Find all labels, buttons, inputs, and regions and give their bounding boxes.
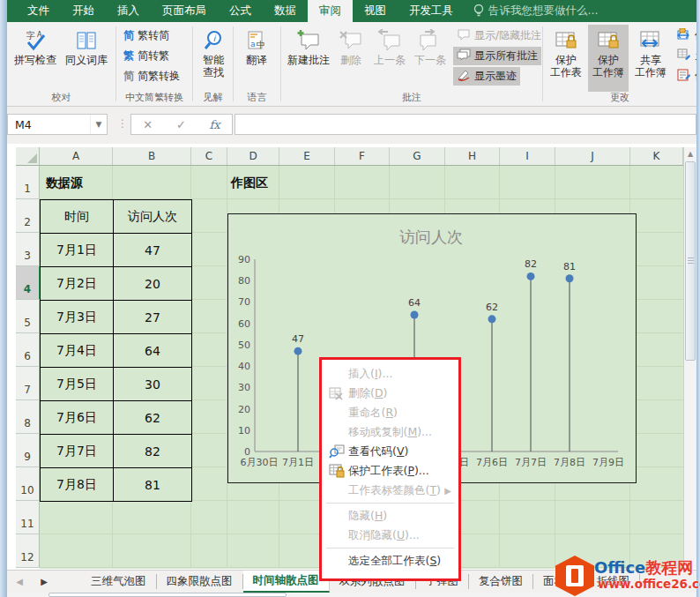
enter-icon[interactable]: ✓ (176, 118, 186, 131)
row-header-3[interactable]: 3 (16, 233, 40, 266)
name-box[interactable]: M4 ▼ (7, 114, 108, 135)
svg-text:10: 10 (238, 425, 250, 437)
column-header-f[interactable]: F (335, 147, 390, 165)
row-header-7[interactable]: 7 (16, 367, 40, 400)
select-all-corner[interactable] (16, 147, 40, 166)
column-header-e[interactable]: E (279, 147, 335, 165)
table-cell[interactable]: 7月7日 (41, 435, 114, 468)
sheet-tab[interactable]: 四象限散点图 (157, 574, 243, 589)
menu-item[interactable]: 选定全部工作表(S) (322, 551, 458, 571)
table-cell[interactable]: 7月2日 (41, 267, 114, 301)
table-cell[interactable]: 47 (114, 234, 192, 267)
table-cell[interactable]: 7月1日 (41, 234, 114, 267)
column-header-i[interactable]: I (500, 147, 555, 165)
row-header-6[interactable]: 6 (16, 333, 40, 367)
insert-function-icon[interactable]: fx (209, 118, 220, 131)
vertical-scrollbar[interactable]: ▲ (683, 147, 696, 569)
column-header-c[interactable]: C (191, 147, 227, 165)
simp-to-trad-button[interactable]: 繁 简转繁 (120, 47, 173, 65)
row-header-11[interactable]: 11 (16, 501, 40, 534)
cancel-icon[interactable]: ✕ (143, 118, 153, 131)
protect-sheet-button[interactable]: 保护 工作表 (546, 25, 586, 92)
office-logo-icon (555, 556, 594, 596)
ribbon-tab[interactable]: 页面布局 (151, 0, 218, 22)
data-point[interactable] (294, 347, 302, 355)
chinese-convert-button[interactable]: 简 简繁转换 (120, 67, 183, 86)
ribbon-tab[interactable]: 开发工具 (398, 0, 465, 22)
show-ink-button[interactable]: 显示墨迹 (453, 67, 520, 86)
vertical-scrollbar-thumb[interactable] (685, 161, 696, 361)
table-cell[interactable]: 27 (114, 301, 192, 334)
row-header-2[interactable]: 2 (16, 199, 40, 233)
ribbon-tab[interactable]: 插入 (106, 0, 151, 22)
show-all-comments-button[interactable]: 显示所有批注 (453, 47, 541, 65)
table-cell[interactable]: 7月6日 (41, 401, 114, 435)
sheet-nav-prev-icon[interactable]: ◀ (7, 571, 32, 593)
data-point[interactable] (566, 274, 574, 282)
data-point[interactable] (411, 310, 419, 318)
row-header-10[interactable]: 10 (16, 467, 40, 501)
table-cell[interactable]: 64 (114, 334, 192, 368)
name-box-dropdown-icon[interactable]: ▼ (90, 115, 107, 134)
row-header-12[interactable]: 12 (16, 534, 40, 568)
ribbon-tab[interactable]: 公式 (218, 0, 263, 22)
table-cell[interactable]: 7月5日 (41, 368, 114, 401)
table-cell[interactable]: 81 (114, 468, 192, 502)
table-cell[interactable]: 20 (114, 267, 192, 301)
data-point[interactable] (527, 272, 535, 280)
sheet-tab[interactable]: 时间轴散点图 (243, 571, 330, 593)
trad-to-simp-button[interactable]: 简 繁转简 (120, 26, 173, 45)
row-header-4[interactable]: 4 (16, 266, 40, 300)
row-header-9[interactable]: 9 (16, 434, 40, 467)
table-cell[interactable]: 82 (114, 435, 192, 468)
ribbon-tab[interactable]: 数据 (263, 0, 308, 22)
horizontal-scrollbar-thumb[interactable] (48, 593, 287, 597)
cell-d1-chart-region-label[interactable]: 作图区 (231, 166, 268, 199)
column-header-g[interactable]: G (390, 147, 445, 165)
translate-button[interactable]: a中 翻译 (237, 25, 276, 92)
ribbon-tab[interactable]: 审阅 (308, 0, 353, 22)
table-cell[interactable]: 30 (114, 368, 192, 401)
ribbon-tab[interactable]: 视图 (353, 0, 398, 22)
spell-check-icon: 字A (24, 27, 47, 54)
table-header-cell[interactable]: 访问人次 (114, 200, 192, 234)
column-header-k[interactable]: K (630, 147, 683, 165)
svg-text:90: 90 (238, 254, 250, 265)
table-cell[interactable]: 7月4日 (41, 334, 114, 368)
data-point[interactable] (488, 315, 496, 323)
scroll-up-icon[interactable]: ▲ (684, 147, 696, 160)
column-header-b[interactable]: B (113, 147, 191, 165)
menu-icon-spacer (329, 527, 348, 543)
table-cell[interactable]: 62 (114, 401, 192, 435)
smart-lookup-button[interactable]: i 智能 查找 (195, 25, 232, 92)
column-header-a[interactable]: A (40, 147, 113, 165)
table-cell[interactable]: 7月8日 (41, 468, 114, 502)
spell-check-button[interactable]: 字A 拼写检查 (11, 25, 60, 92)
sheet-tab[interactable]: 复合饼图 (469, 574, 533, 589)
menu-separator (326, 548, 454, 548)
sheet-tab[interactable]: 三维气泡图 (81, 574, 157, 589)
menu-item[interactable]: 查看代码(V) (322, 442, 458, 461)
row-header-8[interactable]: 8 (16, 400, 40, 434)
protect-workbook-button[interactable]: 保护 工作簿 (588, 25, 629, 92)
row-header-1[interactable]: 1 (16, 166, 40, 199)
svg-text:20: 20 (238, 404, 250, 415)
tell-me-box[interactable]: 告诉我您想要做什么... (465, 0, 607, 22)
ribbon-tab[interactable]: 开始 (61, 0, 106, 22)
thesaurus-button[interactable]: 同义词库 (62, 25, 111, 92)
column-header-h[interactable]: H (445, 147, 500, 165)
cell-a1-data-source-label[interactable]: 数据源 (46, 166, 83, 199)
table-cell[interactable]: 7月3日 (41, 301, 114, 334)
share-workbook-button[interactable]: 共享 工作簿 (630, 25, 671, 92)
menu-item[interactable]: 保护工作表(P)... (322, 461, 458, 481)
table-header-cell[interactable]: 时间 (41, 200, 114, 234)
new-comment-button[interactable]: 新建批注 (285, 25, 332, 92)
sheet-nav-next-icon[interactable]: ▶ (32, 571, 56, 593)
svg-text:50: 50 (238, 340, 250, 351)
formula-input[interactable] (235, 114, 696, 135)
row-header-5[interactable]: 5 (16, 300, 40, 333)
view-code-icon (329, 444, 348, 459)
column-header-j[interactable]: J (555, 147, 630, 165)
ribbon-tab[interactable]: 文件 (16, 0, 61, 22)
column-header-d[interactable]: D (227, 147, 279, 165)
